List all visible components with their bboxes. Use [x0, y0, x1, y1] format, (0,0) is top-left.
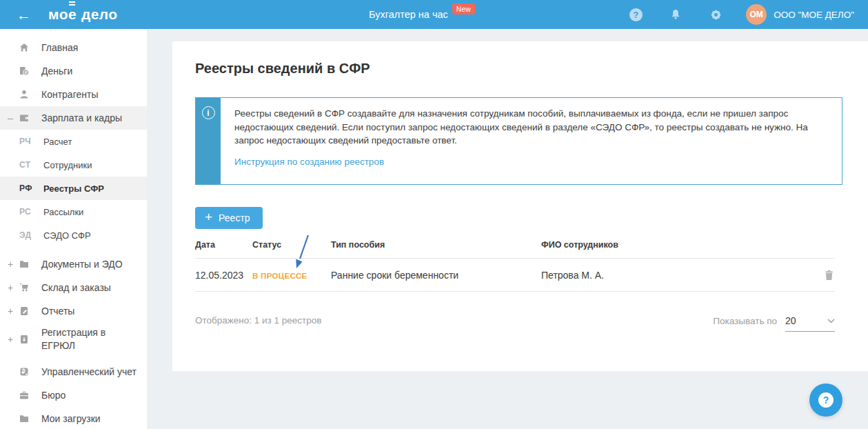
- svg-text:₽: ₽: [25, 70, 28, 74]
- documents-icon: [19, 259, 31, 270]
- info-banner: i Реестры сведений в СФР создавайте для …: [195, 97, 842, 185]
- per-page-control: Показывать по 20: [713, 315, 835, 332]
- warehouse-icon: [19, 282, 31, 293]
- new-badge: New: [452, 3, 475, 14]
- sidebar-item-warehouse[interactable]: + Склад и заказы: [0, 276, 147, 299]
- company-name[interactable]: ООО "МОЕ ДЕЛО": [774, 10, 854, 20]
- main-content: Реестры сведений в СФР i Реестры сведени…: [147, 29, 868, 429]
- contractors-icon: [19, 89, 31, 100]
- page-title: Реестры сведений в СФР: [195, 61, 851, 77]
- sidebar-item-money[interactable]: ₽ Деньги: [0, 59, 147, 83]
- collapse-minus-icon[interactable]: –: [6, 112, 15, 123]
- info-banner-stripe: i: [196, 98, 221, 184]
- logo-accented-letter: е: [68, 6, 77, 23]
- question-icon: ?: [818, 392, 834, 408]
- sidebar-item-downloads[interactable]: Мои загрузки: [0, 407, 147, 429]
- promo-link[interactable]: Бухгалтер на час New: [369, 0, 475, 29]
- salary-icon: [19, 112, 31, 123]
- info-banner-text: Реестры сведений в СФР создавайте для на…: [234, 107, 828, 148]
- notifications-bell-icon[interactable]: [669, 8, 683, 21]
- reports-icon: [19, 306, 31, 317]
- back-arrow-icon[interactable]: ←: [17, 8, 31, 22]
- sidebar-item-sedo-sfr[interactable]: ЭД СЭДО СФР: [0, 223, 147, 247]
- logo-text-part2: дело: [81, 6, 118, 23]
- table-header-row: Дата Статус Тип пособия ФИО сотрудников: [195, 240, 835, 259]
- sidebar-item-raschet[interactable]: РЧ Расчет: [0, 130, 147, 153]
- plus-icon: +: [205, 210, 212, 225]
- sidebar-item-registration[interactable]: + Регистрация в ЕГРЮЛ: [0, 323, 147, 356]
- svg-text:₽: ₽: [21, 368, 25, 375]
- registries-card: Реестры сведений в СФР i Реестры сведени…: [172, 41, 868, 371]
- col-header-benefit-type: Тип пособия: [331, 240, 541, 250]
- app-logo[interactable]: моедело: [48, 6, 118, 23]
- per-page-select[interactable]: 20: [785, 315, 835, 332]
- home-icon: [19, 42, 31, 53]
- help-fab-button[interactable]: ?: [809, 383, 842, 417]
- col-header-status: Статус: [252, 240, 331, 250]
- expand-plus-icon[interactable]: +: [6, 259, 15, 270]
- info-icon: i: [202, 106, 215, 119]
- col-header-employees: ФИО сотрудников: [541, 240, 807, 250]
- row-employees: Петрова М. А.: [541, 270, 807, 281]
- sidebar-item-reports[interactable]: + Отчеты: [0, 299, 147, 323]
- col-header-date: Дата: [195, 240, 252, 250]
- add-registry-button[interactable]: + Реестр: [195, 207, 263, 229]
- management-icon: ₽: [19, 366, 31, 377]
- sidebar-item-sotrudniki[interactable]: СТ Сотрудники: [0, 153, 147, 177]
- help-icon[interactable]: ?: [629, 8, 643, 21]
- promo-label: Бухгалтер на час: [369, 9, 448, 20]
- sidebar-item-reestry-sfr[interactable]: РФ Реестры СФР: [0, 177, 147, 200]
- table-row[interactable]: 12.05.2023 В ПРОЦЕССЕ Ранние сроки берем…: [195, 259, 835, 292]
- settings-gear-icon[interactable]: [709, 8, 723, 21]
- row-date: 12.05.2023: [195, 270, 252, 281]
- instruction-link[interactable]: Инструкция по созданию реестров: [234, 157, 384, 167]
- delete-trash-icon[interactable]: [823, 269, 835, 281]
- shown-count-text: Отображено: 1 из 1 реестров: [195, 315, 321, 326]
- downloads-folder-icon: [19, 413, 31, 424]
- header-actions: ? ОМ ООО "МОЕ ДЕЛО": [603, 4, 868, 25]
- sidebar-item-salary[interactable]: – Зарплата и кадры: [0, 106, 147, 130]
- money-icon: ₽: [19, 66, 31, 77]
- logo-text-part1: мо: [48, 6, 68, 23]
- sidebar-item-rassylki[interactable]: РС Рассылки: [0, 200, 147, 223]
- row-status-badge: В ПРОЦЕССЕ: [252, 270, 331, 281]
- sidebar-item-bureau[interactable]: Бюро: [0, 383, 147, 407]
- expand-plus-icon[interactable]: +: [6, 306, 15, 317]
- registration-icon: [19, 334, 31, 345]
- expand-plus-icon[interactable]: +: [6, 282, 15, 293]
- chevron-down-icon: [827, 319, 835, 323]
- table-footer: Отображено: 1 из 1 реестров Показывать п…: [195, 315, 835, 332]
- per-page-value: 20: [785, 315, 796, 326]
- registries-table: Дата Статус Тип пособия ФИО сотрудников …: [195, 240, 835, 292]
- bureau-icon: [19, 390, 31, 401]
- row-benefit-type: Ранние сроки беременности: [331, 270, 541, 281]
- user-avatar[interactable]: ОМ: [746, 4, 767, 25]
- expand-plus-icon[interactable]: +: [6, 334, 15, 345]
- per-page-label: Показывать по: [713, 316, 777, 326]
- sidebar-item-management[interactable]: ₽ Управленческий учет: [0, 360, 147, 383]
- sidebar-item-home[interactable]: Главная: [0, 36, 147, 59]
- sidebar-nav: Главная ₽ Деньги Контрагенты – Зарплата …: [0, 29, 147, 429]
- sidebar-item-contractors[interactable]: Контрагенты: [0, 83, 147, 106]
- top-header: ← моедело Бухгалтер на час New ? ОМ ООО …: [0, 0, 868, 29]
- sidebar-item-documents[interactable]: + Документы и ЭДО: [0, 252, 147, 276]
